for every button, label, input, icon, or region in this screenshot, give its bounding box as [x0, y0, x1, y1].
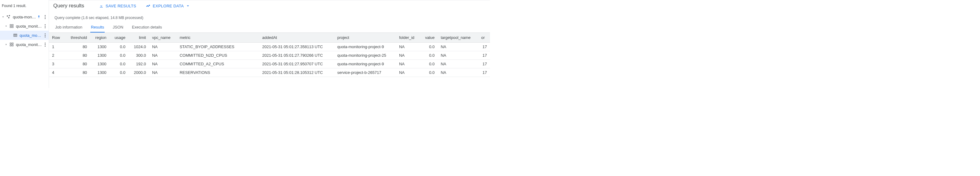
main-content: Query results SAVE RESULTS EXPLORE DATA …	[49, 0, 490, 88]
col-project[interactable]: project	[334, 33, 396, 43]
svg-rect-6	[12, 26, 13, 27]
results-header: Query results SAVE RESULTS EXPLORE DATA	[49, 0, 490, 10]
pin-icon[interactable]	[37, 14, 41, 19]
tab-job-info[interactable]: Job information	[54, 22, 83, 32]
save-results-button[interactable]: SAVE RESULTS	[99, 3, 136, 8]
col-metric[interactable]: metric	[177, 33, 259, 43]
table-row[interactable]: 18013000.01024.0NASTATIC_BYOIP_ADDRESSES…	[49, 43, 490, 51]
cell-threshold: 80	[65, 51, 90, 60]
cell-usage: 0.0	[109, 60, 128, 68]
chevron-right-icon[interactable]	[4, 42, 9, 47]
table-row[interactable]: 28013000.0300.0NACOMMITTED_N2D_CPUS2021-…	[49, 51, 490, 60]
cell-metric: COMMITTED_N2D_CPUS	[177, 51, 259, 60]
cell-addedAt: 2021-05-31 05:01:28.105312 UTC	[259, 68, 334, 77]
cell-folder_id: NA	[396, 43, 420, 51]
kebab-menu[interactable]	[43, 24, 48, 29]
svg-point-0	[7, 15, 8, 16]
chevron-down-icon[interactable]	[1, 14, 5, 19]
cell-row: 1	[49, 43, 65, 51]
cell-usage: 0.0	[109, 68, 128, 77]
col-folder-id[interactable]: folder_id	[396, 33, 420, 43]
cell-or: 17	[478, 68, 490, 77]
results-table-wrapper: Row threshold region usage limit vpc_nam…	[49, 33, 490, 77]
cell-limit: 192.0	[129, 60, 149, 68]
col-threshold[interactable]: threshold	[65, 33, 90, 43]
svg-rect-3	[10, 24, 11, 26]
project-icon	[6, 14, 11, 19]
page-title: Query results	[53, 3, 84, 9]
cell-value: 0.0	[420, 51, 438, 60]
tab-results[interactable]: Results	[90, 22, 105, 32]
cell-value: 0.0	[420, 60, 438, 68]
results-table: Row threshold region usage limit vpc_nam…	[49, 33, 490, 77]
svg-rect-7	[14, 34, 17, 37]
cell-usage: 0.0	[109, 51, 128, 60]
cell-threshold: 80	[65, 68, 90, 77]
tree-dataset-label: quota_monitoring_dataset	[16, 24, 43, 29]
chevron-down-icon[interactable]	[4, 24, 9, 29]
cell-vpc_name: NA	[149, 43, 177, 51]
chevron-down-icon	[186, 3, 190, 8]
kebab-menu[interactable]	[43, 42, 48, 47]
cell-limit: 1024.0	[129, 43, 149, 51]
kebab-menu[interactable]	[43, 14, 48, 19]
cell-row: 3	[49, 60, 65, 68]
cell-folder_id: NA	[396, 51, 420, 60]
resource-tree: quota-monitoring-project-27 quota_monito…	[0, 12, 49, 49]
col-addedAt[interactable]: addedAt	[259, 33, 334, 43]
dataset-icon	[9, 42, 14, 47]
cell-targetpool_name: NA	[438, 43, 478, 51]
tree-dataset[interactable]: quota_monitoring_dataset	[0, 21, 49, 30]
col-limit[interactable]: limit	[129, 33, 149, 43]
cell-region: 1300	[90, 68, 109, 77]
table-row[interactable]: 38013000.0192.0NACOMMITTED_A2_CPUS2021-0…	[49, 60, 490, 68]
cell-or: 17	[478, 51, 490, 60]
tree-dataset2-label: quota_monitoring_notification_dataset	[16, 42, 43, 47]
cell-addedAt: 2021-05-31 05:01:27.950707 UTC	[259, 60, 334, 68]
cell-addedAt: 2021-05-31 05:01:27.790266 UTC	[259, 51, 334, 60]
cell-threshold: 80	[65, 60, 90, 68]
tree-project[interactable]: quota-monitoring-project-27	[0, 12, 49, 21]
explore-data-button[interactable]: EXPLORE DATA	[146, 3, 190, 8]
tab-json[interactable]: JSON	[112, 22, 124, 32]
tree-dataset2[interactable]: quota_monitoring_notification_dataset	[0, 40, 49, 49]
cell-vpc_name: NA	[149, 68, 177, 77]
cell-metric: COMMITTED_A2_CPUS	[177, 60, 259, 68]
tree-table-label: quota_monitoring_table	[19, 33, 43, 38]
cell-vpc_name: NA	[149, 60, 177, 68]
tab-execution-details[interactable]: Execution details	[131, 22, 162, 32]
col-usage[interactable]: usage	[109, 33, 128, 43]
svg-rect-14	[12, 45, 13, 46]
cell-targetpool_name: NA	[438, 68, 478, 77]
results-tabs: Job information Results JSON Execution d…	[49, 22, 490, 33]
cell-row: 4	[49, 68, 65, 77]
cell-region: 1300	[90, 43, 109, 51]
col-row[interactable]: Row	[49, 33, 65, 43]
svg-rect-11	[10, 43, 11, 44]
cell-limit: 300.0	[129, 51, 149, 60]
cell-usage: 0.0	[109, 43, 128, 51]
col-vpc-name[interactable]: vpc_name	[149, 33, 177, 43]
sidebar: Found 1 result. quota-monitoring-project…	[0, 0, 49, 88]
cell-threshold: 80	[65, 43, 90, 51]
cell-metric: RESERVATIONS	[177, 68, 259, 77]
col-value[interactable]: value	[420, 33, 438, 43]
cell-value: 0.0	[420, 68, 438, 77]
svg-point-2	[8, 17, 10, 18]
table-header-row: Row threshold region usage limit vpc_nam…	[49, 33, 490, 43]
col-region[interactable]: region	[90, 33, 109, 43]
svg-rect-12	[12, 43, 13, 44]
table-icon	[13, 33, 18, 38]
cell-value: 0.0	[420, 43, 438, 51]
cell-project: quota-monitoring-project-9	[334, 60, 396, 68]
tree-table[interactable]: quota_monitoring_table	[0, 30, 49, 40]
table-row[interactable]: 48013000.02000.0NARESERVATIONS2021-05-31…	[49, 68, 490, 77]
cell-vpc_name: NA	[149, 51, 177, 60]
query-status: Query complete (1.6 sec elapsed, 14.8 MB…	[49, 10, 490, 22]
col-or[interactable]: or	[478, 33, 490, 43]
svg-rect-4	[12, 24, 13, 26]
col-targetpool-name[interactable]: targetpool_name	[438, 33, 478, 43]
cell-or: 17	[478, 60, 490, 68]
kebab-menu[interactable]	[43, 33, 48, 38]
cell-addedAt: 2021-05-31 05:01:27.358113 UTC	[259, 43, 334, 51]
